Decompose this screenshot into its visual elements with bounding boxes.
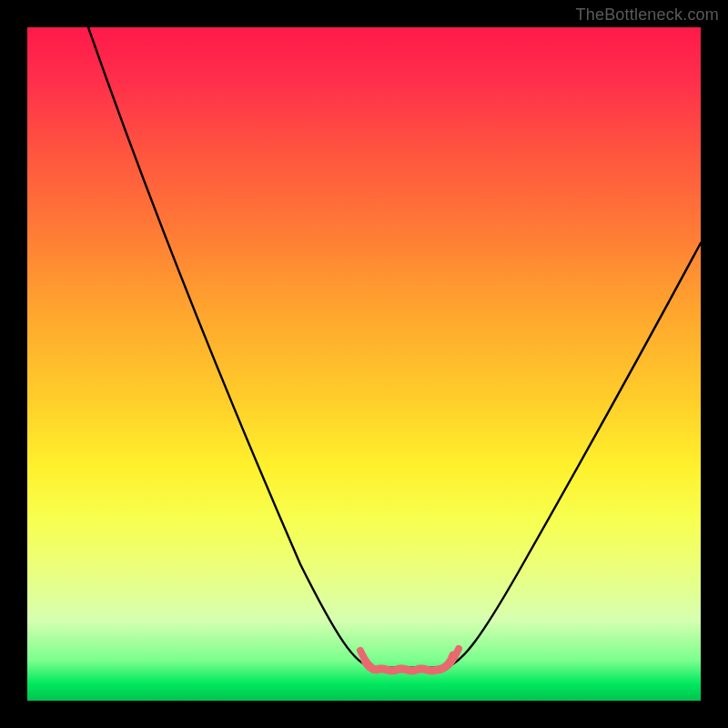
watermark-text: TheBottleneck.com bbox=[576, 5, 719, 25]
plot-area bbox=[27, 27, 701, 701]
chart-frame: TheBottleneck.com bbox=[0, 0, 728, 728]
heat-gradient-background bbox=[27, 27, 701, 701]
